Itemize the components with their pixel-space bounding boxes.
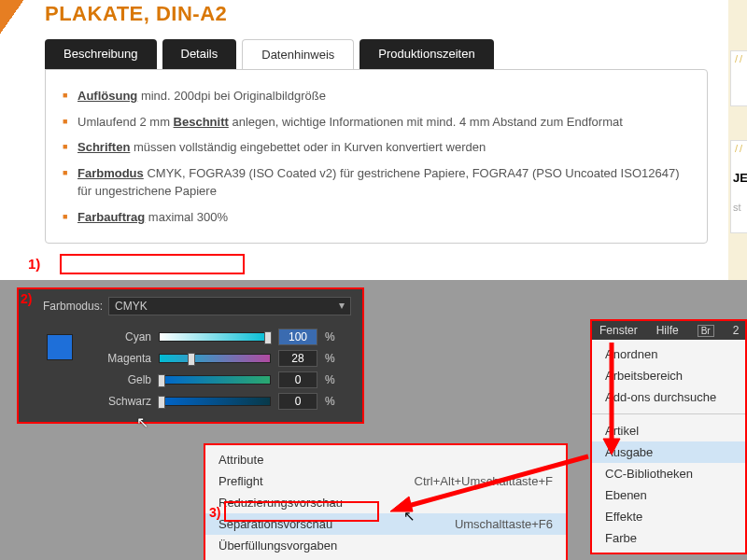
magenta-value-input[interactable]: 28 [278,350,317,367]
farbmodus-dropdown[interactable]: CMYK [108,297,351,315]
hint-aufloesung: Auflösung mind. 200dpi bei Originalbildg… [63,83,690,109]
annotation-1-box [60,254,245,274]
slider-row-schwarz: Schwarz 0 % [97,393,351,410]
svg-line-2 [402,456,588,508]
slider-row-cyan: Cyan 100 % [97,329,351,345]
tab-details[interactable]: Details [162,39,237,69]
annotation-2: 2) [21,291,32,306]
annotation-3-box [224,501,379,522]
magenta-slider[interactable] [159,354,271,363]
menu-item-effekte[interactable]: Effekte [592,506,745,527]
menu-hilfe[interactable]: Hilfe [656,324,679,337]
menu-fenster[interactable]: Fenster [599,324,638,337]
sidebar-box-1: // [730,50,747,106]
menu-item-ccbib[interactable]: CC-Bibliotheken [592,463,745,484]
menu-item-farbe[interactable]: Farbe [592,527,745,549]
annotation-3: 3) [209,505,220,520]
annotation-1: 1) [28,256,40,272]
screenshot-composite-region: Farbmodus: CMYK Cyan 100 % Magenta 28 % … [0,280,747,560]
gelb-slider[interactable] [159,375,271,385]
cursor-icon: ↖ [136,413,148,431]
schwarz-slider[interactable] [159,397,271,406]
hint-beschnitt: Umlaufend 2 mm Beschnitt anlegen, wichti… [63,109,690,135]
cmyk-color-panel: Farbmodus: CMYK Cyan 100 % Magenta 28 % … [17,287,364,424]
submenu-ueberfuellung[interactable]: Überfüllungsvorgaben [205,535,566,556]
hint-farbauftrag: Farbauftrag maximal 300% [63,204,690,231]
cyan-slider[interactable] [159,332,271,342]
schwarz-value-input[interactable]: 0 [278,393,317,410]
color-swatch[interactable] [47,334,73,360]
tab-bar: Beschreibung Details Datenhinweis Produk… [45,39,747,69]
cyan-value-input[interactable]: 100 [278,329,317,345]
cursor-icon-2: ↖ [403,508,416,525]
tab-content-datenhinweis: Auflösung mind. 200dpi bei Originalbildg… [45,69,708,244]
bridge-icon[interactable]: Br [698,325,714,337]
menu-num: 2 [733,324,740,337]
svg-marker-1 [603,439,620,455]
gelb-value-input[interactable]: 0 [278,371,317,388]
browser-page-region: PLAKATE, DIN-A2 Beschreibung Details Dat… [0,0,747,280]
menu-item-ebenen[interactable]: Ebenen [592,484,745,506]
tab-produktionszeiten[interactable]: Produktionszeiten [359,39,493,69]
tab-beschreibung[interactable]: Beschreibung [45,39,157,69]
slider-row-gelb: Gelb 0 % [97,371,351,388]
slider-row-magenta: Magenta 28 % [97,350,351,367]
menu-bar: Fenster Hilfe Br 2 [592,321,745,340]
sidebar-box-2: // JE st [730,140,747,233]
farbmodus-label: Farbmodus: [43,300,103,313]
hint-schriften: Schriften müssen vollständig eingebettet… [63,134,690,161]
page-title: PLAKATE, DIN-A2 [45,0,747,39]
tab-datenhinweis[interactable]: Datenhinweis [242,39,354,69]
hint-farbmodus: Farbmodus CMYK, FOGRA39 (ISO Coated v2) … [63,161,690,204]
arrow-fenster-to-ausgabe [598,338,626,459]
decorative-corner [0,0,41,41]
